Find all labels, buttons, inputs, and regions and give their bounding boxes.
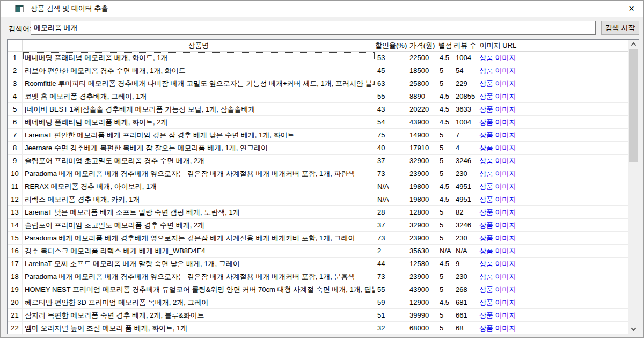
table-row[interactable]: 17 LareinaT 모찌 소프트 메모리폼 베개 말랑 숙면 낮은 배게, …	[8, 258, 628, 270]
cell-image-link[interactable]: 상품 이미지	[477, 283, 519, 296]
cell-image-link[interactable]: 상품 이미지	[477, 322, 519, 334]
cell-image-link[interactable]: 상품 이미지	[477, 180, 519, 193]
cell-row-number: 7	[8, 129, 23, 141]
header-price[interactable]: 가격(원)	[407, 40, 437, 51]
table-row[interactable]: 5 [네이버 BEST 1위]잠솔솔 경추베개 메모리폼 기능성 모달, 1개,…	[8, 103, 628, 116]
cell-product-name[interactable]: 베네베딩 플래티넘 메모리폼 베개, 화이트, 2개	[23, 116, 375, 128]
cell-image-link[interactable]: 상품 이미지	[477, 296, 519, 308]
scrollbar-thumb[interactable]	[629, 49, 638, 162]
cell-image-link[interactable]: 상품 이미지	[477, 129, 519, 141]
cell-image-link[interactable]: 상품 이미지	[477, 193, 519, 205]
cell-product-name[interactable]: 슬립포어 프리미엄 초고밀도 메모리폼 경추 수면 베개, 2개	[23, 219, 375, 231]
cell-image-link[interactable]: 상품 이미지	[477, 64, 519, 77]
table-row[interactable]: 12 리렉스 메모리폼 경추 베개, 카키, 1개 N/A 19800 4.5 …	[8, 193, 628, 206]
cell-product-name[interactable]: Paradoma 베개 메모리폼 베개 경추베개 옆으로자는 깊은잠 베개 사계…	[23, 232, 375, 244]
cell-product-name[interactable]: 리보아 편안한 메모리폼 경추 수면 베개, 1개, 화이트	[23, 64, 375, 77]
cell-product-name[interactable]: 잠자리 목편한 메모리폼 숙면 경추 베개, 2개, 블루&화이트	[23, 309, 375, 321]
cell-filler	[519, 90, 628, 102]
cell-product-name[interactable]: LareinaT 편안한 메모리폼 베개 프리미엄 깊은 잠 경추 베개 낮은 …	[23, 129, 375, 141]
cell-image-link[interactable]: 상품 이미지	[477, 116, 519, 128]
table-row[interactable]: 3 Roomfittie 루미피티 메모리폼 경추베개 나비잠 베개 고밀도 옆…	[8, 77, 628, 90]
header-discount[interactable]: 할인율(%)	[375, 40, 407, 51]
scroll-up-button[interactable]	[628, 40, 639, 49]
cell-price: 12580	[407, 258, 437, 270]
cell-image-link[interactable]: 상품 이미지	[477, 270, 519, 283]
cell-image-link[interactable]: 상품 이미지	[477, 245, 519, 257]
cell-rating: 4.5	[437, 180, 453, 193]
table-row[interactable]: 15 Paradoma 베개 메모리폼 베개 경추베개 옆으로자는 깊은잠 베개…	[8, 232, 628, 245]
cell-product-name[interactable]: 헤르티만 편안한 3D 프리미엄 메모리폼 목베개, 2개, 그레이	[23, 296, 375, 308]
header-row-number[interactable]	[8, 40, 23, 51]
cell-image-link[interactable]: 상품 이미지	[477, 77, 519, 90]
cell-product-name[interactable]: 코멧 홈 메모리폼 경추베개, 그레이, 1개	[23, 90, 375, 102]
table-row[interactable]: 2 리보아 편안한 메모리폼 경추 수면 베개, 1개, 화이트 45 1850…	[8, 64, 628, 77]
cell-discount: 73	[375, 232, 407, 244]
cell-product-name[interactable]: LareinaT 모찌 소프트 메모리폼 베개 말랑 숙면 낮은 배게, 1개,…	[23, 258, 375, 270]
cell-image-link[interactable]: 상품 이미지	[477, 142, 519, 154]
table-row[interactable]: 19 HOMEY NEST 프리미엄 메모리폼 경추베개 듀얼코어 쿨링&워밍 …	[8, 283, 628, 296]
cell-product-name[interactable]: RERAX 메모리폼 경추 베개, 아이보리, 1개	[23, 180, 375, 193]
maximize-button[interactable]	[595, 1, 619, 17]
cell-product-name[interactable]: Jeernare 수면 경추베개 목편한 목베개 잠 잘오는 메모리폼 베개, …	[23, 142, 375, 154]
cell-product-name[interactable]: Paradoma 베개 메모리폼 베개 경추베개 옆으로자는 깊은잠 베개 사계…	[23, 167, 375, 180]
cell-filler	[519, 52, 628, 64]
table-row[interactable]: 21 잠자리 목편한 메모리폼 숙면 경추 베개, 2개, 블루&화이트 51 …	[8, 309, 628, 322]
header-rating[interactable]: 별점	[437, 40, 453, 51]
table-row[interactable]: 4 코멧 홈 메모리폼 경추베개, 그레이, 1개 55 8890 4.5 20…	[8, 90, 628, 103]
cell-product-name[interactable]: LareinaT 낮은 메모리폼 베개 소프트 말랑 숙면 캠핑 베개, 노란색…	[23, 206, 375, 218]
cell-product-name[interactable]: Roomfittie 루미피티 메모리폼 경추베개 나비잠 베개 고밀도 옆으로…	[23, 77, 375, 90]
table-row[interactable]: 16 경추 목디스크 메모리폼 라텍스 베개 베게 배게_WB8D4E4 2 3…	[8, 245, 628, 258]
search-start-button[interactable]: 검색 시작	[601, 21, 639, 35]
header-reviews[interactable]: 리뷰 수	[453, 40, 477, 51]
cell-product-name[interactable]: 리렉스 메모리폼 경추 베개, 카키, 1개	[23, 193, 375, 205]
minimize-button[interactable]	[571, 1, 595, 17]
table-row[interactable]: 18 Paradoma 베개 메모리폼 베개 경추베개 옆으로자는 깊은잠 베개…	[8, 270, 628, 283]
cell-image-link[interactable]: 상품 이미지	[477, 155, 519, 167]
table-row[interactable]: 11 RERAX 메모리폼 경추 베개, 아이보리, 1개 N/A 19800 …	[8, 180, 628, 193]
cell-row-number: 5	[8, 103, 23, 115]
cell-image-link[interactable]: 상품 이미지	[477, 206, 519, 218]
table-row[interactable]: 7 LareinaT 편안한 메모리폼 베개 프리미엄 깊은 잠 경추 베개 낮…	[8, 129, 628, 142]
cell-product-name[interactable]: 경추 목디스크 메모리폼 라텍스 베개 베게 배게_WB8D4E4	[23, 245, 375, 257]
table-body: 1 베네베딩 플래티넘 메모리폼 베개, 화이트, 1개 53 22500 4.…	[8, 52, 628, 334]
cell-image-link[interactable]: 상품 이미지	[477, 258, 519, 270]
table-row[interactable]: 9 슬립포어 프리미엄 초고밀도 메모리폼 경추 수면 베개, 2개 37 32…	[8, 155, 628, 167]
cell-price: 14900	[407, 129, 437, 141]
cell-image-link[interactable]: 상품 이미지	[477, 232, 519, 244]
cell-product-name[interactable]: 슬립포어 프리미엄 초고밀도 메모리폼 경추 수면 베개, 2개	[23, 155, 375, 167]
cell-image-link[interactable]: 상품 이미지	[477, 90, 519, 102]
cell-price: 23900	[407, 167, 437, 180]
cell-image-link[interactable]: 상품 이미지	[477, 219, 519, 231]
cell-image-link[interactable]: 상품 이미지	[477, 167, 519, 180]
cell-rating: 4.5	[437, 116, 453, 128]
cell-price: 32900	[407, 219, 437, 231]
table-row[interactable]: 13 LareinaT 낮은 메모리폼 베개 소프트 말랑 숙면 캠핑 베개, …	[8, 206, 628, 219]
search-input[interactable]	[31, 21, 596, 35]
cell-product-name[interactable]: HOMEY NEST 프리미엄 메모리폼 경추베개 듀얼코어 쿨링&워밍 양면 …	[23, 283, 375, 296]
search-bar: 검색어: 검색 시작	[1, 20, 643, 36]
cell-rating: 5	[437, 155, 453, 167]
cell-product-name[interactable]: [네이버 BEST 1위]잠솔솔 경추베개 메모리폼 기능성 모달, 1개, 잠…	[23, 103, 375, 115]
cell-product-name[interactable]: 엠마 오리지널 높이 조절 메모리 폼 베개, 화이트, 1개	[23, 322, 375, 334]
table-row[interactable]: 6 베네베딩 플래티넘 메모리폼 베개, 화이트, 2개 54 43900 4.…	[8, 116, 628, 129]
cell-image-link[interactable]: 상품 이미지	[477, 103, 519, 115]
table-row[interactable]: 1 베네베딩 플래티넘 메모리폼 베개, 화이트, 1개 53 22500 4.…	[8, 52, 628, 64]
vertical-scrollbar[interactable]	[628, 40, 639, 334]
cell-product-name[interactable]: Paradoma 베개 메모리폼 베개 경추베개 옆으로자는 깊은잠 베개 사계…	[23, 270, 375, 283]
header-product-name[interactable]: 상품명	[23, 40, 375, 51]
scroll-down-button[interactable]	[628, 325, 639, 334]
cell-filler	[519, 245, 628, 257]
table-row[interactable]: 22 엠마 오리지널 높이 조절 메모리 폼 베개, 화이트, 1개 32 68…	[8, 322, 628, 334]
cell-price: 43900	[407, 116, 437, 128]
cell-image-link[interactable]: 상품 이미지	[477, 309, 519, 321]
close-button[interactable]: ×	[619, 1, 643, 17]
cell-product-name[interactable]: 베네베딩 플래티넘 메모리폼 베개, 화이트, 1개	[23, 52, 375, 64]
cell-image-link[interactable]: 상품 이미지	[477, 52, 519, 64]
cell-discount: 55	[375, 90, 407, 102]
header-image-url[interactable]: 이미지 URL	[477, 40, 519, 51]
table-row[interactable]: 20 헤르티만 편안한 3D 프리미엄 메모리폼 목베개, 2개, 그레이 59…	[8, 296, 628, 309]
table-row[interactable]: 14 슬립포어 프리미엄 초고밀도 메모리폼 경추 수면 베개, 2개 37 3…	[8, 219, 628, 232]
table-row[interactable]: 10 Paradoma 베개 메모리폼 베개 경추베개 옆으로자는 깊은잠 베개…	[8, 167, 628, 180]
cell-reviews: 4	[453, 142, 477, 154]
table-row[interactable]: 8 Jeernare 수면 경추베개 목편한 목베개 잠 잘오는 메모리폼 베개…	[8, 142, 628, 155]
